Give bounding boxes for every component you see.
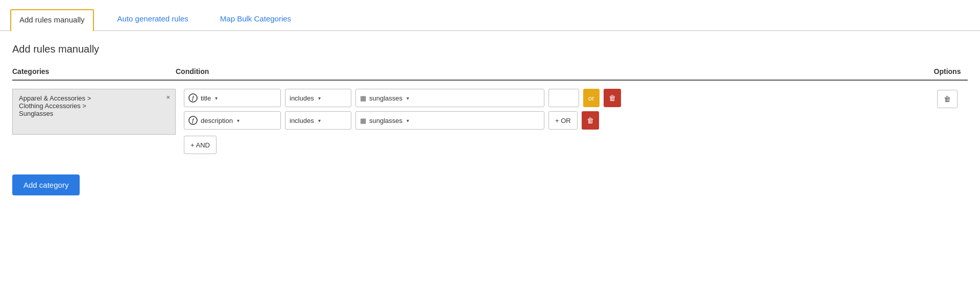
page-content: Add rules manually Categories Condition … (0, 31, 980, 208)
field-chevron-2: ▾ (237, 118, 240, 123)
add-category-button[interactable]: Add category (12, 174, 80, 195)
or-orange-button-1[interactable]: or (583, 89, 600, 107)
tab-auto-generated-rules[interactable]: Auto generated rules (109, 9, 197, 30)
field-dropdown-2[interactable]: ƒ description ▾ (184, 111, 281, 130)
field-icon-1: ƒ (188, 93, 198, 103)
category-box: × Apparel & Accessories > Clothing Acces… (12, 89, 176, 135)
trash-icon-2: 🗑 (587, 116, 594, 124)
field-label-2: description (201, 117, 233, 124)
value-chevron-1: ▾ (407, 95, 409, 101)
includes-chevron-2: ▾ (318, 118, 321, 123)
value-dropdown-2[interactable]: ▦ sunglasses ▾ (355, 111, 544, 130)
delete-condition-button-1[interactable]: 🗑 (604, 89, 621, 107)
field-dropdown-1[interactable]: ƒ title ▾ (184, 89, 281, 107)
plus-and-button[interactable]: + AND (184, 136, 217, 154)
tab-map-bulk-categories[interactable]: Map Bulk Categories (212, 9, 299, 30)
f-icon-circle-1: ƒ (188, 93, 198, 103)
condition-line-1: ƒ title ▾ includes ▾ ▦ sunglasses ▾ (184, 89, 919, 107)
trash-icon-1: 🗑 (609, 94, 616, 102)
category-text: Apparel & Accessories > Clothing Accesso… (19, 94, 91, 117)
options-col: 🗑 (927, 89, 968, 108)
conditions-container: ƒ title ▾ includes ▾ ▦ sunglasses ▾ (184, 89, 919, 154)
condition-line-2: ƒ description ▾ includes ▾ ▦ sunglasses … (184, 111, 919, 130)
table-header: Categories Condition Options (12, 67, 968, 81)
value-label-1: sunglasses (369, 94, 402, 102)
field-icon-2: ƒ (188, 116, 198, 126)
includes-label-1: includes (290, 94, 314, 102)
field-label-1: title (201, 94, 211, 102)
table-row: × Apparel & Accessories > Clothing Acces… (12, 89, 968, 154)
plus-or-button-1[interactable]: + OR (548, 111, 578, 130)
value-label-2: sunglasses (369, 117, 402, 124)
header-categories: Categories (12, 67, 176, 76)
includes-dropdown-1[interactable]: includes ▾ (285, 89, 351, 107)
field-chevron-1: ▾ (215, 95, 218, 101)
value-grid-icon-2: ▦ (360, 117, 366, 124)
trash-icon-row: 🗑 (944, 95, 951, 103)
page-title: Add rules manually (12, 43, 968, 55)
category-close-icon[interactable]: × (166, 93, 170, 101)
value-dropdown-1[interactable]: ▦ sunglasses ▾ (355, 89, 544, 107)
tabs-bar: Add rules manually Auto generated rules … (0, 0, 980, 31)
includes-label-2: includes (290, 117, 314, 124)
or-input-1[interactable] (548, 89, 579, 107)
value-grid-icon-1: ▦ (360, 94, 366, 102)
includes-dropdown-2[interactable]: includes ▾ (285, 111, 351, 130)
value-chevron-2: ▾ (407, 118, 409, 123)
includes-chevron-1: ▾ (318, 95, 321, 101)
header-condition: Condition (176, 67, 927, 76)
header-options: Options (927, 67, 968, 76)
delete-rule-button[interactable]: 🗑 (937, 90, 958, 108)
f-icon-circle-2: ƒ (188, 116, 198, 125)
tab-add-rules-manually[interactable]: Add rules manually (10, 9, 94, 31)
delete-condition-button-2[interactable]: 🗑 (582, 111, 599, 130)
